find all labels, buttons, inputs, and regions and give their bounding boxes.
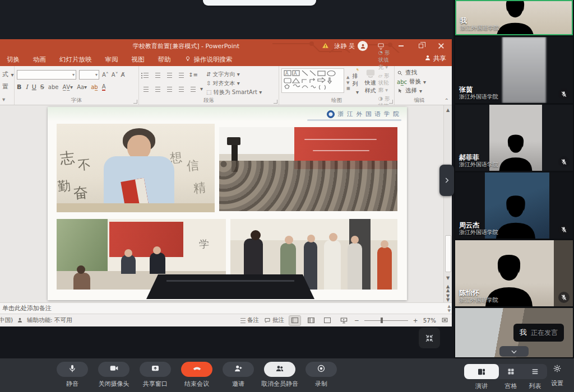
align-text-button[interactable]: ⇳ 对齐文本 ▾ bbox=[206, 80, 262, 87]
scroll-participants-down-button[interactable] bbox=[499, 346, 529, 357]
increase-indent-icon[interactable] bbox=[177, 72, 184, 77]
grow-font-icon[interactable]: A˄ bbox=[102, 72, 109, 78]
zoom-slider[interactable] bbox=[364, 318, 408, 323]
highlight-color-button[interactable]: ab̲ bbox=[91, 84, 98, 90]
fit-to-window-button[interactable] bbox=[441, 316, 448, 325]
restore-button[interactable] bbox=[414, 40, 428, 52]
next-slide-button[interactable]: ▼▼ bbox=[444, 294, 452, 302]
previous-slide-button[interactable]: ▲▲ bbox=[444, 284, 452, 292]
tab-review[interactable]: 审阅 bbox=[105, 55, 118, 64]
unmute-all-button[interactable]: 取消全员静音 bbox=[259, 362, 300, 388]
notes-toggle[interactable]: 备注 bbox=[238, 316, 259, 324]
zoom-level[interactable]: 57% bbox=[423, 317, 436, 324]
bold-button[interactable]: B bbox=[17, 83, 21, 91]
tab-help[interactable]: 帮助 bbox=[158, 55, 171, 64]
share-window-button[interactable]: 共享窗口 bbox=[135, 362, 176, 388]
align-right-icon[interactable] bbox=[165, 86, 172, 91]
invite-button[interactable]: 邀请 bbox=[217, 362, 259, 388]
drawing-dialog-launcher[interactable] bbox=[389, 100, 393, 104]
reset-button-partial[interactable]: 置 bbox=[2, 83, 8, 91]
shrink-font-icon[interactable]: A˅ bbox=[112, 72, 118, 78]
settings-button[interactable]: 设置 bbox=[547, 364, 567, 388]
paragraph-more-icon[interactable]: ▾ bbox=[200, 86, 203, 92]
text-direction-button[interactable]: ⇵ 文字方向 ▾ bbox=[206, 71, 262, 78]
scrollbar-thumb[interactable] bbox=[445, 235, 451, 272]
line-spacing-icon[interactable]: ↕≡ bbox=[188, 72, 198, 78]
account-avatar[interactable] bbox=[358, 41, 368, 51]
scroll-up-icon[interactable]: ▲ bbox=[444, 108, 452, 113]
replace-button[interactable]: ab̲c替换▾ bbox=[397, 77, 442, 86]
text-shadow-button[interactable]: abe bbox=[48, 84, 59, 90]
tab-transitions[interactable]: 切换 bbox=[7, 55, 20, 64]
italic-button[interactable]: I bbox=[25, 83, 27, 91]
change-case-button[interactable]: Aa▾ bbox=[77, 84, 87, 90]
find-button[interactable]: 查找 bbox=[397, 68, 442, 77]
tab-animations[interactable]: 动画 bbox=[33, 55, 46, 64]
justify-icon[interactable] bbox=[177, 86, 184, 91]
zoom-out-button[interactable]: − bbox=[354, 317, 359, 324]
accessibility-status[interactable]: 辅助功能: 不可用 bbox=[27, 316, 72, 324]
slideshow-button[interactable] bbox=[338, 316, 349, 325]
sidebar-collapse-tab[interactable] bbox=[439, 165, 454, 196]
slide-vertical-scrollbar[interactable]: ▲ ▼ ▲▲ ▼▼ bbox=[443, 105, 452, 302]
bullets-icon[interactable] bbox=[141, 72, 149, 77]
character-spacing-button[interactable]: A̲V̲▾ bbox=[62, 84, 73, 90]
minimize-button[interactable] bbox=[394, 40, 408, 52]
end-meeting-button[interactable]: 结束会议 bbox=[176, 362, 217, 388]
screen-share-control-pill[interactable] bbox=[203, 0, 316, 6]
close-button[interactable] bbox=[434, 40, 448, 52]
camera-off-button[interactable]: 关闭摄像头 bbox=[93, 362, 135, 388]
participant-tile[interactable]: .t3 .sk{fill:#D8B9A5}.t3 .hr{fill:#1F1B1… bbox=[455, 105, 573, 171]
zoom-in-button[interactable]: + bbox=[413, 317, 418, 324]
participant-tile-self[interactable]: .t1 .sk{fill:#D9B49A}.t1 .hr{fill:#3A2E2… bbox=[455, 0, 573, 35]
scroll-down-icon[interactable]: ▼ bbox=[444, 276, 452, 281]
normal-view-button[interactable] bbox=[289, 316, 300, 325]
tab-slideshow[interactable]: 幻灯片放映 bbox=[59, 55, 92, 64]
reading-view-button[interactable] bbox=[322, 316, 333, 325]
exit-fullscreen-button[interactable] bbox=[419, 328, 440, 348]
record-button[interactable]: 录制 bbox=[300, 362, 342, 388]
collapse-ribbon-icon[interactable]: ⌃ bbox=[445, 97, 449, 104]
quick-styles-button[interactable]: 快速样式 bbox=[365, 68, 376, 95]
shapes-gallery-scroll[interactable]: ▲▼▦ bbox=[346, 68, 350, 97]
columns-icon[interactable] bbox=[188, 86, 196, 91]
notes-pane[interactable]: 单击此处添加备注 ▲▼ bbox=[0, 302, 452, 314]
font-dialog-launcher[interactable] bbox=[133, 100, 137, 104]
participant-tile[interactable]: 我 正在发言 bbox=[455, 308, 573, 357]
participant-tile[interactable]: .t5 .sk{fill:#DCB79D}.t5 .hr{fill:#2B211… bbox=[455, 240, 573, 306]
to-smartart-button[interactable]: ⬚ 转换为 SmartArt ▾ bbox=[206, 88, 262, 96]
clear-formatting-icon[interactable]: A̸ bbox=[121, 72, 125, 78]
underline-button[interactable]: U bbox=[32, 83, 36, 91]
slide-sorter-view-button[interactable] bbox=[305, 316, 317, 325]
align-left-icon[interactable] bbox=[141, 86, 149, 91]
slide-editing-area[interactable]: 浙江外国语学院 志 不 勤 奋 想 信 精 bbox=[0, 105, 452, 302]
layout-button-partial[interactable]: 式 bbox=[2, 71, 8, 78]
font-color-button[interactable]: A bbox=[102, 83, 106, 91]
language-indicator-partial[interactable]: 中国) bbox=[0, 316, 13, 324]
shape-fill-button[interactable]: ◔ 形状填充 ▾ bbox=[378, 49, 392, 71]
tell-me-search[interactable]: 操作说明搜索 bbox=[184, 55, 233, 64]
numbering-icon[interactable] bbox=[153, 72, 160, 77]
ppt-share-button[interactable]: 共享 bbox=[424, 54, 446, 63]
shapes-gallery[interactable]: A A bbox=[281, 68, 344, 93]
font-name-combobox[interactable]: ▾ bbox=[17, 70, 76, 80]
align-center-icon[interactable] bbox=[153, 86, 160, 91]
slide-canvas[interactable]: 浙江外国语学院 志 不 勤 奋 想 信 精 bbox=[48, 107, 407, 300]
participant-tile[interactable]: 张茵 浙江外国语学院 bbox=[455, 37, 573, 103]
speaker-view-button[interactable] bbox=[464, 364, 499, 379]
font-size-combobox[interactable]: ▾ bbox=[79, 70, 99, 80]
comments-toggle[interactable]: 批注 bbox=[264, 316, 284, 324]
select-button[interactable]: 选择▾ bbox=[397, 86, 442, 95]
participant-tile[interactable]: .t4 .sk{fill:#D9AE96}.t4 .hr{fill:#241A1… bbox=[455, 172, 573, 239]
zoom-slider-thumb[interactable] bbox=[381, 318, 383, 323]
tab-view[interactable]: 视图 bbox=[132, 55, 145, 64]
arrange-button[interactable]: 排列▾ bbox=[353, 68, 363, 95]
shape-outline-button[interactable]: ▱ 形状轮廓 ▾ bbox=[378, 72, 392, 94]
grid-view-button[interactable] bbox=[499, 364, 523, 379]
paragraph-dialog-launcher[interactable] bbox=[274, 100, 277, 104]
decrease-indent-icon[interactable] bbox=[165, 72, 172, 77]
mute-button[interactable]: 静音 bbox=[52, 362, 93, 388]
list-view-button[interactable] bbox=[523, 364, 547, 379]
notes-scroll-icons[interactable]: ▲▼ bbox=[448, 304, 451, 313]
strikethrough-button[interactable]: S bbox=[40, 83, 44, 91]
